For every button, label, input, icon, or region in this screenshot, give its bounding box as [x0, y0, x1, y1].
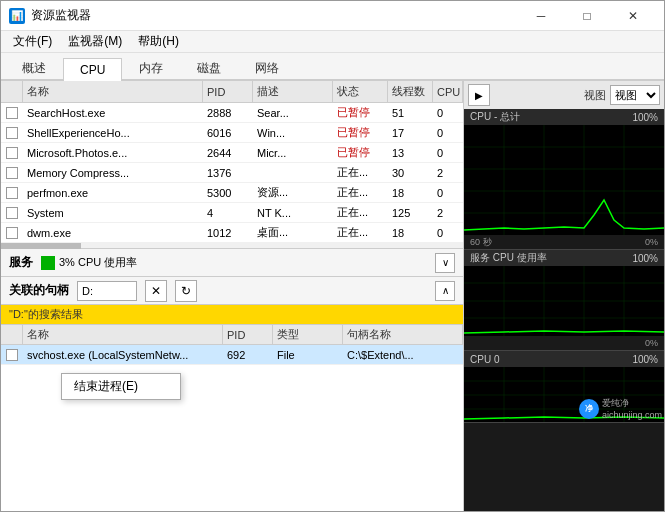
cell-pid: 4	[203, 203, 253, 222]
menu-monitor[interactable]: 监视器(M)	[60, 31, 130, 52]
handles-col-name[interactable]: 名称	[23, 325, 223, 344]
cell-pid: 5300	[203, 183, 253, 202]
cell-cpu: 0	[433, 143, 463, 162]
watermark-text: 爱纯净aichunjing.com	[602, 397, 662, 420]
table-row[interactable]: Microsoft.Photos.e... 2644 Micr... 已暂停 1…	[1, 143, 463, 163]
tab-network[interactable]: 网络	[238, 55, 296, 81]
cell-pid: 2888	[203, 103, 253, 122]
watermark-icon: 净	[579, 399, 599, 419]
table-row[interactable]: dwm.exe 1012 桌面... 正在... 18 0	[1, 223, 463, 243]
cell-cpu: 0	[433, 123, 463, 142]
row-checkbox[interactable]	[6, 147, 18, 159]
menu-bar: 文件(F) 监视器(M) 帮助(H)	[1, 31, 664, 53]
cell-status: 已暂停	[333, 123, 388, 142]
main-window: 📊 资源监视器 ─ □ ✕ 文件(F) 监视器(M) 帮助(H) 概述 CPU …	[0, 0, 665, 512]
table-row[interactable]: perfmon.exe 5300 资源... 正在... 18 0	[1, 183, 463, 203]
cell-name: SearchHost.exe	[23, 103, 203, 122]
cell-desc: Win...	[253, 123, 333, 142]
handles-header: 关联的句柄 ✕ ↻ ∧	[1, 277, 463, 305]
graph-nav-button[interactable]: ▶	[468, 84, 490, 106]
row-checkbox[interactable]	[6, 227, 18, 239]
view-dropdown[interactable]: 视图	[610, 85, 660, 105]
scroll-thumb[interactable]	[1, 243, 81, 249]
menu-help[interactable]: 帮助(H)	[130, 31, 187, 52]
col-pid[interactable]: PID	[203, 81, 253, 102]
cell-pid: 1376	[203, 163, 253, 182]
graph-time-row: 60 秒 0%	[464, 235, 664, 249]
tab-cpu[interactable]: CPU	[63, 58, 122, 81]
view-label: 视图	[584, 88, 606, 103]
handles-table-row[interactable]: svchost.exe (LocalSystemNetw... 692 File…	[1, 345, 463, 365]
graph-time-label: 60 秒	[470, 236, 492, 249]
handles-cell-handle: C:\$Extend\...	[343, 345, 463, 364]
table-row[interactable]: SearchHost.exe 2888 Sear... 已暂停 51 0	[1, 103, 463, 123]
handles-col-type[interactable]: 类型	[273, 325, 343, 344]
tab-disk[interactable]: 磁盘	[180, 55, 238, 81]
row-checkbox[interactable]	[6, 349, 18, 361]
handles-cell-name: svchost.exe (LocalSystemNetw...	[23, 345, 223, 364]
cell-desc	[253, 163, 333, 182]
cell-threads: 125	[388, 203, 433, 222]
service-bar: 服务 3% CPU 使用率 ∨	[1, 249, 463, 277]
col-status[interactable]: 状态	[333, 81, 388, 102]
search-result-text: "D:"的搜索结果	[9, 307, 83, 322]
cell-name: System	[23, 203, 203, 222]
maximize-button[interactable]: □	[564, 1, 610, 31]
search-result-bar: "D:"的搜索结果	[1, 305, 463, 325]
row-checkbox[interactable]	[6, 187, 18, 199]
tab-overview[interactable]: 概述	[5, 55, 63, 81]
window-title: 资源监视器	[31, 7, 518, 24]
col-name[interactable]: 名称	[23, 81, 203, 102]
handles-title: 关联的句柄	[9, 282, 69, 299]
cell-pid: 6016	[203, 123, 253, 142]
handles-col-check	[1, 325, 23, 344]
graph-time-row-service: 0%	[464, 336, 664, 350]
left-panel: 名称 PID 描述 状态 线程数 CPU SearchHost.exe 2888…	[1, 81, 464, 511]
cell-name: Microsoft.Photos.e...	[23, 143, 203, 162]
graph-label-row: CPU - 总计 100%	[464, 109, 664, 125]
cell-desc: 桌面...	[253, 223, 333, 242]
search-go-button[interactable]: ↻	[175, 280, 197, 302]
graph-label-cpu0: CPU 0	[470, 354, 499, 365]
handles-expand-button[interactable]: ∧	[435, 281, 455, 301]
cell-threads: 13	[388, 143, 433, 162]
col-cpu[interactable]: CPU	[433, 81, 463, 102]
cell-threads: 30	[388, 163, 433, 182]
handles-search-input[interactable]	[77, 281, 137, 301]
menu-file[interactable]: 文件(F)	[5, 31, 60, 52]
table-row[interactable]: Memory Compress... 1376 正在... 30 2	[1, 163, 463, 183]
process-table-body: SearchHost.exe 2888 Sear... 已暂停 51 0 She…	[1, 103, 463, 243]
cell-cpu: 2	[433, 163, 463, 182]
graph-toolbar: ▶ 视图 视图	[464, 81, 664, 109]
handles-col-handle[interactable]: 句柄名称	[343, 325, 463, 344]
handles-table-body: svchost.exe (LocalSystemNetw... 692 File…	[1, 345, 463, 511]
graph-pct-bottom-service: 0%	[645, 338, 658, 348]
process-table-header: 名称 PID 描述 状态 线程数 CPU	[1, 81, 463, 103]
cell-status: 正在...	[333, 223, 388, 242]
cell-status: 正在...	[333, 203, 388, 222]
col-desc[interactable]: 描述	[253, 81, 333, 102]
context-menu-end-process[interactable]: 结束进程(E)	[62, 374, 180, 399]
graph-pct-bottom: 0%	[645, 237, 658, 247]
row-checkbox[interactable]	[6, 107, 18, 119]
cell-cpu: 0	[433, 223, 463, 242]
table-row[interactable]: ShellExperienceHo... 6016 Win... 已暂停 17 …	[1, 123, 463, 143]
close-button[interactable]: ✕	[610, 1, 656, 31]
table-row[interactable]: System 4 NT K... 正在... 125 2	[1, 203, 463, 223]
search-clear-button[interactable]: ✕	[145, 280, 167, 302]
row-checkbox[interactable]	[6, 207, 18, 219]
tab-memory[interactable]: 内存	[122, 55, 180, 81]
cell-desc: NT K...	[253, 203, 333, 222]
cell-status: 正在...	[333, 163, 388, 182]
title-bar: 📊 资源监视器 ─ □ ✕	[1, 1, 664, 31]
handles-table-header: 名称 PID 类型 句柄名称	[1, 325, 463, 345]
col-threads[interactable]: 线程数	[388, 81, 433, 102]
row-checkbox[interactable]	[6, 167, 18, 179]
cell-threads: 17	[388, 123, 433, 142]
handles-col-pid[interactable]: PID	[223, 325, 273, 344]
minimize-button[interactable]: ─	[518, 1, 564, 31]
row-checkbox[interactable]	[6, 127, 18, 139]
graph-pct-cpu0: 100%	[632, 354, 658, 365]
service-expand-button[interactable]: ∨	[435, 253, 455, 273]
cell-cpu: 0	[433, 103, 463, 122]
